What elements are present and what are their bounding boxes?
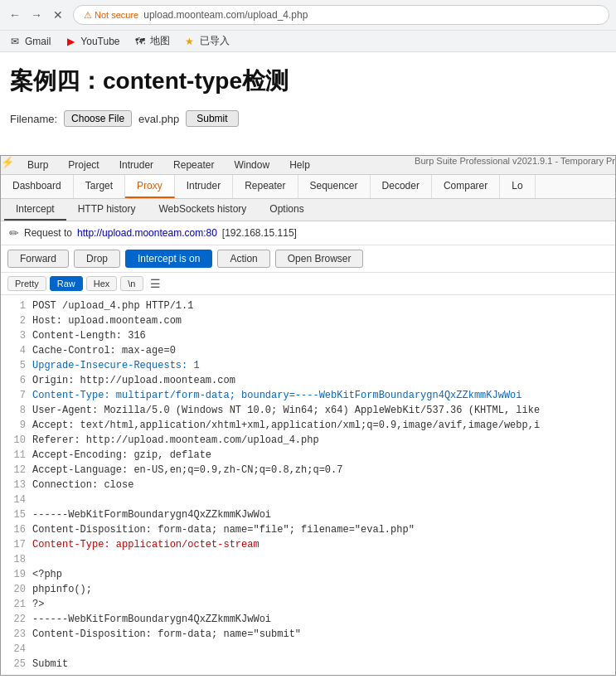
warning-icon: ⚠ (84, 10, 92, 21)
youtube-icon: ▶ (64, 35, 77, 48)
menu-burp[interactable]: Burp (17, 156, 58, 174)
tab-intruder[interactable]: Intruder (175, 175, 233, 198)
forward-button[interactable]: Forward (7, 250, 69, 268)
line-9: 9Accept: text/html,application/xhtml+xml… (1, 418, 615, 433)
backslash-n-button[interactable]: \n (120, 276, 143, 291)
line-1: 1POST /upload_4.php HTTP/1.1 (1, 298, 615, 313)
close-button[interactable]: ✕ (50, 7, 66, 23)
line-3: 3Content-Length: 316 (1, 328, 615, 343)
menu-icon[interactable]: ☰ (150, 277, 161, 290)
line-7: 7Content-Type: multipart/form-data; boun… (1, 388, 615, 403)
tab-logger[interactable]: Lo (500, 175, 535, 198)
gmail-label: Gmail (25, 36, 51, 47)
line-24: 24 (1, 642, 615, 657)
tab-dashboard[interactable]: Dashboard (1, 175, 74, 198)
request-body: 1POST /upload_4.php HTTP/1.1 2Host: uplo… (1, 295, 615, 675)
file-form: Filename: Choose File eval.php Submit (10, 110, 606, 127)
subtab-intercept[interactable]: Intercept (4, 199, 66, 221)
request-label: Request to (24, 227, 72, 239)
line-20: 20phpinfo(); (1, 582, 615, 597)
format-bar: Pretty Raw Hex \n ☰ (1, 273, 615, 295)
line-12: 12Accept-Language: en-US,en;q=0.9,zh-CN;… (1, 463, 615, 478)
burp-sub-tabs: Intercept HTTP history WebSockets histor… (1, 199, 615, 221)
imported-label: 已导入 (200, 34, 230, 48)
bookmarks-bar: ✉ Gmail ▶ YouTube 🗺 地图 ★ 已导入 (0, 30, 616, 51)
action-button[interactable]: Action (217, 250, 269, 268)
request-ip: [192.168.15.115] (222, 227, 297, 239)
line-11: 11Accept-Encoding: gzip, deflate (1, 448, 615, 463)
edit-icon: ✏ (9, 226, 19, 240)
page-content: 案例四：content-type检测 Filename: Choose File… (0, 52, 616, 147)
line-23: 23Content-Disposition: form-data; name="… (1, 627, 615, 642)
bookmark-maps[interactable]: 🗺 地图 (133, 34, 170, 48)
bookmark-imported[interactable]: ★ 已导入 (183, 34, 230, 48)
raw-button[interactable]: Raw (50, 276, 83, 291)
tab-comparer[interactable]: Comparer (432, 175, 500, 198)
request-url: http://upload.moonteam.com:80 (77, 227, 217, 239)
line-19: 19<?php (1, 567, 615, 582)
line-13: 13Connection: close (1, 478, 615, 492)
youtube-label: YouTube (80, 36, 119, 47)
burp-window: ⚡ Burp Project Intruder Repeater Window … (0, 155, 616, 676)
browser-chrome: ← → ✕ ⚠ Not secure upload.moonteam.com/u… (0, 0, 616, 52)
line-5: 5Upgrade-Insecure-Requests: 1 (1, 358, 615, 373)
submit-button[interactable]: Submit (186, 110, 238, 127)
line-17: 17Content-Type: application/octet-stream (1, 537, 615, 552)
tab-decoder[interactable]: Decoder (371, 175, 432, 198)
bookmark-youtube[interactable]: ▶ YouTube (64, 35, 119, 48)
bookmark-gmail[interactable]: ✉ Gmail (8, 35, 51, 48)
nav-bar: ← → ✕ ⚠ Not secure upload.moonteam.com/u… (0, 0, 616, 30)
burp-main-tabs: Dashboard Target Proxy Intruder Repeater… (1, 175, 615, 199)
line-16: 16Content-Disposition: form-data; name="… (1, 522, 615, 537)
imported-icon: ★ (183, 35, 196, 48)
line-25: 25Submit (1, 657, 615, 672)
maps-icon: 🗺 (133, 35, 147, 48)
tab-proxy[interactable]: Proxy (125, 175, 175, 198)
not-secure-indicator: ⚠ Not secure (84, 10, 138, 21)
filename-label: Filename: (10, 113, 57, 125)
pretty-button[interactable]: Pretty (7, 276, 46, 291)
burp-menu-bar: ⚡ Burp Project Intruder Repeater Window … (1, 156, 615, 175)
menu-help[interactable]: Help (279, 156, 320, 174)
line-22: 22------WebKitFormBoundarygn4QxZZkmmKJwW… (1, 612, 615, 627)
choose-file-button[interactable]: Choose File (64, 110, 132, 127)
burp-icon: ⚡ (1, 156, 14, 174)
line-15: 15------WebKitFormBoundarygn4QxZZkmmKJwW… (1, 507, 615, 522)
line-21: 21?> (1, 597, 615, 612)
page-title: 案例四：content-type检测 (10, 65, 606, 97)
drop-button[interactable]: Drop (74, 250, 120, 268)
menu-project[interactable]: Project (58, 156, 109, 174)
open-browser-button[interactable]: Open Browser (275, 250, 364, 268)
menu-intruder[interactable]: Intruder (109, 156, 163, 174)
tab-repeater[interactable]: Repeater (233, 175, 298, 198)
tab-target[interactable]: Target (74, 175, 125, 198)
address-text: upload.moonteam.com/upload_4.php (143, 9, 308, 21)
tab-sequencer[interactable]: Sequencer (298, 175, 371, 198)
line-4: 4Cache-Control: max-age=0 (1, 343, 615, 358)
not-secure-label: Not secure (95, 10, 138, 20)
request-toolbar: Forward Drop Intercept is on Action Open… (1, 245, 615, 273)
address-bar[interactable]: ⚠ Not secure upload.moonteam.com/upload_… (73, 5, 609, 25)
menu-window[interactable]: Window (224, 156, 279, 174)
gmail-icon: ✉ (8, 35, 22, 48)
line-18: 18 (1, 552, 615, 567)
subtab-options[interactable]: Options (258, 199, 315, 221)
subtab-websockets[interactable]: WebSockets history (148, 199, 259, 221)
file-name-display: eval.php (138, 113, 179, 125)
maps-label: 地图 (150, 34, 170, 48)
intercept-on-button[interactable]: Intercept is on (125, 250, 212, 268)
forward-button[interactable]: → (28, 7, 45, 23)
menu-repeater[interactable]: Repeater (163, 156, 224, 174)
line-8: 8User-Agent: Mozilla/5.0 (Windows NT 10.… (1, 403, 615, 418)
line-2: 2Host: upload.moonteam.com (1, 313, 615, 328)
line-10: 10Referer: http://upload.moonteam.com/up… (1, 433, 615, 448)
back-button[interactable]: ← (7, 7, 23, 23)
burp-title: Burp Suite Professional v2021.9.1 - Temp… (415, 156, 615, 174)
subtab-http-history[interactable]: HTTP history (66, 199, 148, 221)
request-info: ✏ Request to http://upload.moonteam.com:… (1, 221, 615, 245)
line-6: 6Origin: http://upload.moonteam.com (1, 373, 615, 388)
line-14: 14 (1, 492, 615, 507)
hex-button[interactable]: Hex (86, 276, 118, 291)
nav-icons: ← → ✕ (7, 7, 66, 23)
